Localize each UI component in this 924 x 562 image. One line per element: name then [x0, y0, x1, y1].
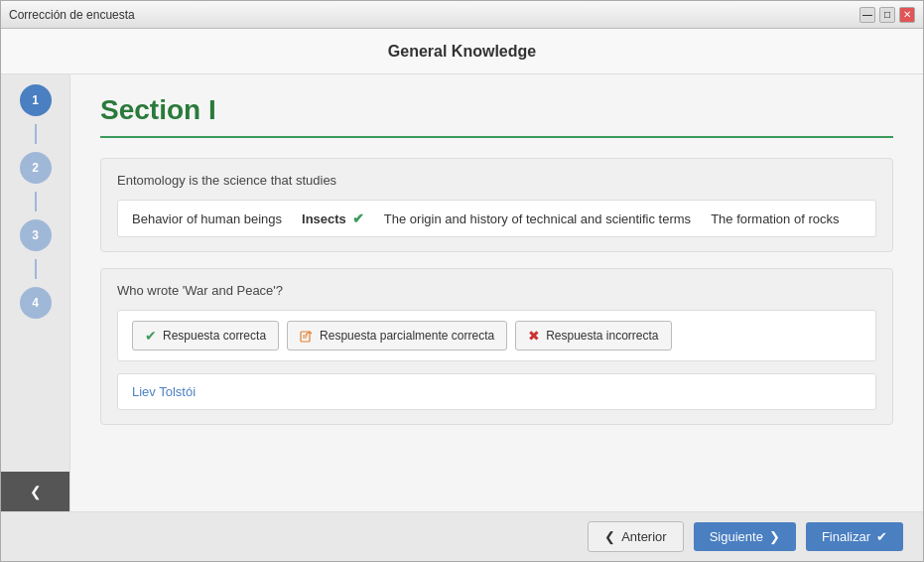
sidebar-connector-2	[35, 192, 37, 211]
sidebar: 1 2 3 4 ❮	[1, 74, 70, 511]
minimize-button[interactable]: —	[859, 7, 875, 23]
app-header: General Knowledge	[1, 29, 923, 74]
title-bar: Corrección de encuesta — □ ✕	[1, 1, 923, 29]
anterior-icon: ❮	[604, 529, 615, 544]
sidebar-connector-3	[35, 259, 37, 279]
respuesta-incorrecta-label: Respuesta incorrecta	[546, 329, 658, 343]
collapse-icon: ❮	[30, 484, 42, 499]
sidebar-collapse-button[interactable]: ❮	[1, 472, 69, 511]
main-content: Section I Entomology is the science that…	[70, 74, 923, 511]
option-origin: The origin and history of technical and …	[384, 211, 691, 226]
siguiente-button[interactable]: Siguiente ❯	[694, 522, 796, 551]
sidebar-item-1[interactable]: 1	[20, 84, 52, 116]
question-card-1: Entomology is the science that studies B…	[100, 158, 893, 252]
app-title: General Knowledge	[388, 43, 536, 61]
option-rocks-label: The formation of rocks	[711, 211, 839, 226]
respuesta-correcta-button[interactable]: ✔ Respuesta correcta	[132, 321, 279, 351]
sidebar-item-4[interactable]: 4	[20, 287, 52, 319]
answer-text-card: Liev Tolstói	[117, 373, 876, 410]
question-2-text: Who wrote 'War and Peace'?	[117, 283, 876, 298]
option-origin-label: The origin and history of technical and …	[384, 211, 691, 226]
finalizar-button[interactable]: Finalizar ✔	[806, 522, 903, 551]
option-behavior: Behavior of human beings	[132, 211, 282, 226]
app-body: 1 2 3 4 ❮ Section I Entomology is the sc…	[1, 74, 923, 511]
siguiente-label: Siguiente	[710, 529, 763, 544]
correct-icon: ✔	[145, 328, 157, 344]
finalizar-label: Finalizar	[822, 529, 870, 544]
finalizar-icon: ✔	[876, 529, 887, 544]
footer: ❮ Anterior Siguiente ❯ Finalizar ✔	[1, 511, 923, 561]
siguiente-icon: ❯	[769, 529, 780, 544]
response-buttons: ✔ Respuesta correcta Respuesta	[117, 310, 876, 361]
option-insects-label: Insects	[302, 211, 346, 226]
answer-text: Liev Tolstói	[132, 384, 196, 399]
maximize-button[interactable]: □	[879, 7, 895, 23]
incorrect-icon: ✖	[528, 328, 540, 344]
respuesta-incorrecta-button[interactable]: ✖ Respuesta incorrecta	[515, 321, 671, 351]
respuesta-correcta-label: Respuesta correcta	[163, 329, 266, 343]
section-title: Section I	[100, 94, 893, 138]
sidebar-connector-1	[35, 124, 37, 144]
window-controls: — □ ✕	[859, 7, 915, 23]
window-title: Corrección de encuesta	[9, 8, 135, 22]
window-frame: Corrección de encuesta — □ ✕ General Kno…	[0, 0, 924, 562]
question-card-2: Who wrote 'War and Peace'? ✔ Respuesta c…	[100, 268, 893, 425]
anterior-button[interactable]: ❮ Anterior	[588, 521, 684, 552]
correct-checkmark-icon: ✔	[352, 211, 364, 226]
sidebar-item-3[interactable]: 3	[20, 219, 52, 251]
respuesta-parcial-button[interactable]: Respuesta parcialmente correcta	[287, 321, 507, 351]
close-button[interactable]: ✕	[899, 7, 915, 23]
option-rocks: The formation of rocks	[711, 211, 839, 226]
sidebar-item-2[interactable]: 2	[20, 152, 52, 184]
question-1-options: Behavior of human beings Insects ✔ The o…	[117, 200, 876, 237]
anterior-label: Anterior	[621, 529, 667, 544]
question-1-text: Entomology is the science that studies	[117, 173, 876, 188]
option-insects: Insects ✔	[302, 211, 364, 226]
option-behavior-label: Behavior of human beings	[132, 211, 282, 226]
partial-icon	[300, 328, 314, 344]
respuesta-parcial-label: Respuesta parcialmente correcta	[320, 329, 494, 343]
